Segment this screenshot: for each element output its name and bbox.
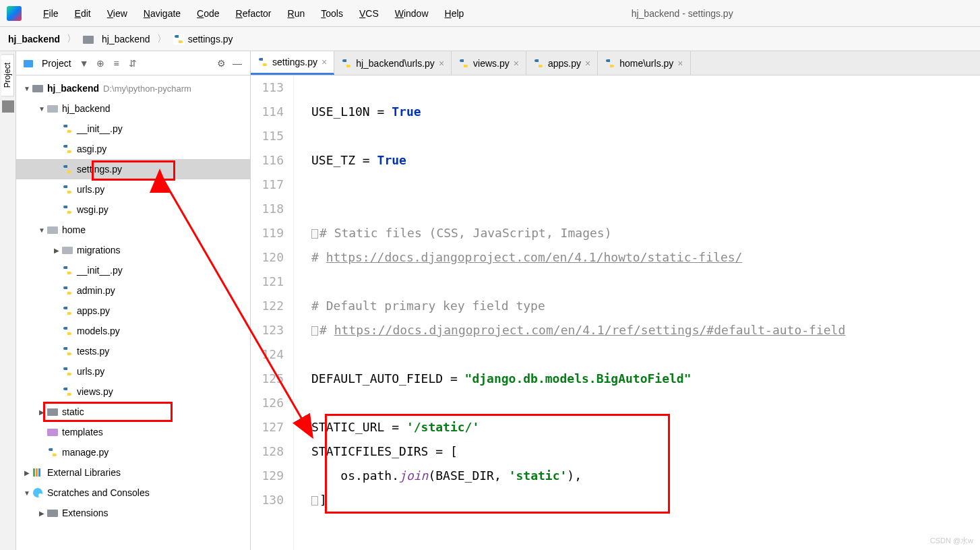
sidebar-label: Project — [42, 58, 71, 69]
tree-item[interactable]: ▶__init__.py — [16, 260, 250, 280]
tree-item[interactable]: ▶asgi.py — [16, 139, 250, 159]
tab[interactable]: hj_backend\urls.py× — [334, 51, 452, 75]
project-icon — [23, 58, 34, 69]
gutter: 1131141151161171181191201211221231241251… — [251, 75, 294, 550]
close-icon[interactable]: × — [585, 58, 590, 69]
project-tree[interactable]: ▼hj_backendD:\my\python-pycharm▼hj_backe… — [16, 75, 250, 550]
menu-edit[interactable]: Edit — [67, 4, 99, 23]
close-icon[interactable]: × — [677, 58, 683, 69]
target-icon[interactable]: ⊕ — [94, 57, 106, 69]
menu-code[interactable]: Code — [189, 4, 227, 23]
svg-rect-5 — [47, 226, 58, 234]
tree-item[interactable]: ▶apps.py — [16, 301, 250, 321]
tree-item[interactable]: ▶migrations — [16, 240, 250, 260]
tree-item[interactable]: ▶manage.py — [16, 442, 250, 462]
menu-file[interactable]: File — [35, 4, 67, 23]
tree-item[interactable]: ▶tests.py — [16, 341, 250, 361]
tree-item[interactable]: ▶urls.py — [16, 179, 250, 200]
code-editor[interactable]: 1131141151161171181191201211221231241251… — [251, 75, 980, 550]
tree-item[interactable]: ▼Scratches and Consoles — [16, 483, 250, 503]
tree-item[interactable]: ▶__init__.py — [16, 119, 250, 139]
tree-item[interactable]: ▶templates — [16, 422, 250, 442]
tree-item[interactable]: ▶External Libraries — [16, 462, 250, 483]
svg-point-13 — [38, 493, 42, 497]
menu-refactor[interactable]: Refactor — [228, 4, 280, 23]
sidebar-header: Project ▼ ⊕ ≡ ⇵ ⚙ — — [16, 51, 250, 75]
menu-navigate[interactable]: Navigate — [135, 4, 189, 23]
window-title: hj_backend - settings.py — [391, 8, 973, 19]
svg-rect-11 — [38, 468, 40, 477]
editor-area: settings.py×hj_backend\urls.py×views.py×… — [251, 51, 980, 550]
svg-rect-6 — [62, 247, 73, 254]
svg-rect-10 — [36, 468, 38, 477]
tree-item[interactable]: ▶admin.py — [16, 280, 250, 301]
menu-view[interactable]: View — [99, 4, 135, 23]
menu-run[interactable]: Run — [280, 4, 313, 23]
watermark: CSDN @水w — [930, 536, 973, 546]
expand-icon[interactable]: ≡ — [111, 57, 123, 69]
tab[interactable]: home\urls.py× — [598, 51, 690, 75]
svg-rect-9 — [33, 468, 35, 477]
tab[interactable]: apps.py× — [526, 51, 598, 75]
chevron-right-icon: 〉 — [157, 33, 166, 45]
svg-rect-3 — [32, 85, 43, 92]
breadcrumb-file[interactable]: settings.py — [173, 34, 233, 44]
tree-item[interactable]: ▶static — [16, 402, 250, 422]
close-icon[interactable]: × — [321, 57, 327, 67]
tree-item[interactable]: ▶settings.py — [16, 159, 250, 179]
tree-item[interactable]: ▼home — [16, 220, 250, 240]
breadcrumb: hj_backend 〉 hj_backend 〉 settings.py — [0, 27, 980, 51]
svg-rect-8 — [47, 429, 58, 436]
tree-item[interactable]: ▶Extensions — [16, 503, 250, 523]
svg-rect-14 — [47, 510, 58, 517]
tree-item[interactable]: ▶urls.py — [16, 361, 250, 381]
editor-tabs: settings.py×hj_backend\urls.py×views.py×… — [251, 51, 980, 75]
dropdown-icon[interactable]: ▼ — [78, 57, 90, 69]
rail-icon[interactable] — [2, 100, 14, 113]
svg-rect-0 — [83, 36, 94, 44]
rail-tab-project[interactable]: Project — [1, 54, 14, 96]
tree-item[interactable]: ▶views.py — [16, 381, 250, 402]
minimize-icon[interactable]: — — [231, 57, 243, 69]
breadcrumb-pkg[interactable]: hj_backend — [83, 34, 150, 44]
breadcrumb-root[interactable]: hj_backend — [8, 34, 60, 44]
close-icon[interactable]: × — [514, 58, 519, 69]
tree-item[interactable]: ▼hj_backend — [16, 98, 250, 119]
tab[interactable]: settings.py× — [251, 51, 334, 75]
chevron-right-icon: 〉 — [67, 33, 76, 45]
tab[interactable]: views.py× — [452, 51, 526, 75]
menu-tools[interactable]: Tools — [313, 4, 351, 23]
tree-item[interactable]: ▼hj_backendD:\my\python-pycharm — [16, 78, 250, 98]
collapse-icon[interactable]: ⇵ — [127, 57, 139, 69]
menu-vcs[interactable]: VCS — [351, 4, 387, 23]
tree-item[interactable]: ▶models.py — [16, 321, 250, 341]
svg-rect-4 — [47, 105, 58, 113]
svg-rect-2 — [24, 60, 33, 67]
svg-rect-7 — [47, 408, 58, 416]
tree-item[interactable]: ▶wsgi.py — [16, 200, 250, 220]
code-content[interactable]: USE_L10N = True USE_TZ = True # Static f… — [294, 75, 845, 550]
close-icon[interactable]: × — [439, 58, 444, 69]
app-logo-icon — [7, 6, 22, 21]
gear-icon[interactable]: ⚙ — [215, 57, 227, 69]
menubar: FileEditViewNavigateCodeRefactorRunTools… — [0, 0, 980, 27]
tool-rail: Project — [0, 51, 16, 550]
project-sidebar: Project ▼ ⊕ ≡ ⇵ ⚙ — ▼hj_backendD:\my\pyt… — [16, 51, 251, 550]
